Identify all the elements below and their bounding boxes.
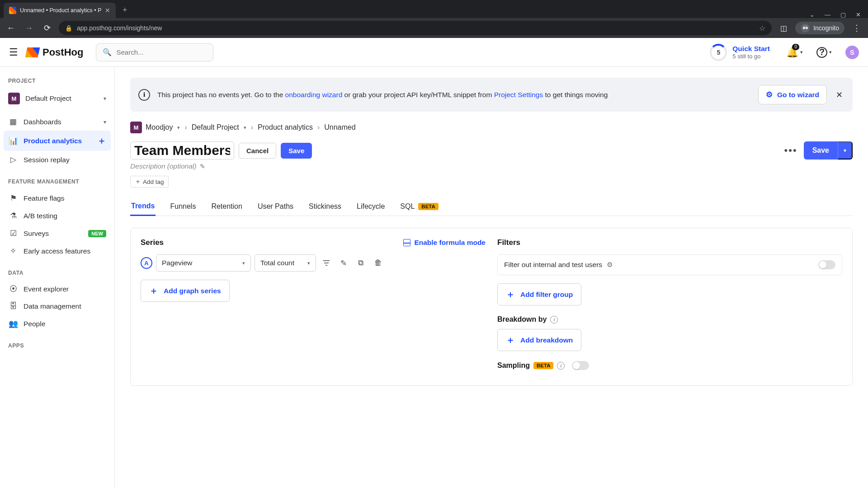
tab-overflow-icon[interactable]: ⌄	[810, 11, 815, 18]
rename-series-button[interactable]: ✎	[337, 256, 350, 270]
people-icon: 👥	[8, 319, 18, 328]
global-search[interactable]: 🔍 Search...	[96, 43, 213, 61]
internal-filter-label: Filter out internal and test users	[504, 261, 602, 269]
chevron-down-icon[interactable]: ▾	[244, 125, 246, 131]
add-tag-button[interactable]: ＋Add tag	[130, 176, 169, 188]
info-icon: i	[138, 89, 150, 101]
plus-icon: ＋	[149, 285, 158, 297]
tab-retention[interactable]: Retention	[210, 197, 243, 216]
sidebar-item-label: A/B testing	[24, 212, 57, 220]
tab-sql[interactable]: SQL BETA	[399, 197, 439, 216]
title-cancel-button[interactable]: Cancel	[239, 143, 276, 159]
info-icon[interactable]: i	[550, 316, 558, 324]
breadcrumb-section[interactable]: Product analytics	[258, 123, 313, 131]
nav-reload-button[interactable]: ⟳	[41, 22, 53, 34]
tab-trends[interactable]: Trends	[130, 197, 156, 216]
notifications-button[interactable]: 🔔 0 ▾	[786, 47, 803, 58]
info-icon[interactable]: i	[557, 362, 565, 370]
insight-title-input[interactable]	[130, 141, 234, 160]
tab-title: Unnamed • Product analytics • P	[20, 7, 101, 14]
sidebar-item-dashboards[interactable]: ▦ Dashboards ▾	[4, 113, 111, 131]
sidebar-item-surveys[interactable]: ☑ Surveys NEW	[4, 225, 111, 242]
survey-icon: ☑	[8, 229, 18, 238]
project-settings-link[interactable]: Project Settings	[494, 91, 543, 99]
browser-chrome: Unnamed • Product analytics • P ✕ + ⌄ — …	[0, 0, 868, 38]
app-topbar: ☰ PostHog 🔍 Search... 5 Quick Start 5 st…	[0, 38, 868, 67]
tab-user-paths[interactable]: User Paths	[257, 197, 294, 216]
enable-formula-mode-button[interactable]: Enable formula mode	[403, 239, 486, 247]
main-content: i This project has no events yet. Go to …	[115, 67, 868, 488]
chevron-down-icon: ▾	[307, 260, 310, 266]
add-insight-button[interactable]: ＋	[97, 135, 106, 147]
window-close-button[interactable]: ✕	[856, 11, 861, 18]
sidebar-item-product-analytics[interactable]: 📊 Product analytics ＋	[4, 131, 111, 151]
tab-stickiness[interactable]: Stickiness	[308, 197, 342, 216]
internal-filter-toggle[interactable]	[818, 260, 835, 269]
filter-series-button[interactable]	[320, 256, 333, 270]
sidebar-item-early-access[interactable]: ✧ Early access features	[4, 242, 111, 260]
help-icon: ?	[816, 47, 827, 58]
sampling-toggle[interactable]	[572, 361, 589, 370]
window-minimize-button[interactable]: —	[825, 11, 830, 18]
onboarding-wizard-link[interactable]: onboarding wizard	[285, 91, 343, 99]
help-menu[interactable]: ? ▾	[816, 47, 832, 58]
chrome-menu-button[interactable]: ⋮	[850, 23, 863, 33]
nav-back-button[interactable]: ←	[5, 22, 17, 34]
user-avatar[interactable]: S	[845, 46, 859, 59]
edit-icon: ✎	[200, 163, 205, 170]
brand-logo[interactable]: PostHog	[26, 47, 83, 58]
aggregation-select[interactable]: Total count ▾	[255, 254, 316, 272]
new-tab-button[interactable]: +	[118, 4, 131, 16]
title-save-button[interactable]: Save	[281, 143, 312, 159]
duplicate-series-button[interactable]: ⧉	[354, 256, 368, 270]
breadcrumb-project[interactable]: Default Project ▾	[192, 123, 246, 131]
save-insight-button[interactable]: Save	[804, 141, 838, 160]
nav-forward-button: →	[23, 22, 35, 34]
chevron-down-icon: ▾	[800, 49, 803, 55]
tab-lifecycle[interactable]: Lifecycle	[356, 197, 386, 216]
tab-funnels[interactable]: Funnels	[169, 197, 197, 216]
sidebar-section-feature: FEATURE MANAGEMENT	[4, 175, 111, 189]
breadcrumb-org[interactable]: M Moodjoy ▾	[130, 122, 180, 133]
app-shell: ☰ PostHog 🔍 Search... 5 Quick Start 5 st…	[0, 38, 868, 488]
incognito-chip[interactable]: 🕶 Incognito	[795, 22, 844, 34]
window-maximize-button[interactable]: ▢	[840, 11, 846, 18]
series-letter-badge: A	[141, 257, 152, 269]
chevron-down-icon: ▾	[829, 49, 832, 55]
sidebar-item-people[interactable]: 👥 People	[4, 315, 111, 333]
tab-strip: Unnamed • Product analytics • P ✕ + ⌄ — …	[0, 0, 868, 18]
sidebar-item-data-management[interactable]: 🗄 Data management	[4, 298, 111, 315]
description-field[interactable]: Description (optional) ✎	[130, 162, 853, 170]
browser-tab[interactable]: Unnamed • Product analytics • P ✕	[4, 3, 116, 18]
add-breakdown-button[interactable]: ＋ Add breakdown	[497, 329, 581, 351]
filters-heading: Filters	[497, 238, 520, 247]
search-placeholder: Search...	[116, 48, 143, 56]
plus-icon: ＋	[506, 334, 515, 346]
insight-tabs: Trends Funnels Retention User Paths Stic…	[130, 197, 853, 216]
sidebar-item-session-replay[interactable]: ▷ Session replay	[4, 151, 111, 169]
more-actions-button[interactable]: •••	[781, 143, 801, 158]
sidebar-project-selector[interactable]: M Default Project ▾	[4, 89, 111, 108]
sidebar-item-feature-flags[interactable]: ⚑ Feature flags	[4, 189, 111, 207]
quick-start[interactable]: 5 Quick Start 5 still to go	[710, 44, 770, 61]
chevron-down-icon[interactable]: ▾	[177, 125, 180, 131]
extensions-icon[interactable]: ◫	[777, 22, 790, 34]
banner-close-button[interactable]: ✕	[834, 88, 844, 102]
internal-users-filter-row: Filter out internal and test users ⚙	[497, 254, 842, 275]
sidebar-item-event-explorer[interactable]: ⦿ Event explorer	[4, 281, 111, 298]
description-placeholder: Description (optional)	[130, 162, 196, 170]
delete-series-button[interactable]: 🗑	[371, 256, 385, 270]
sidebar-item-ab-testing[interactable]: ⚗ A/B testing	[4, 207, 111, 225]
query-builder: Series Enable formula mode A Pageview ▾	[130, 228, 853, 386]
omnibox[interactable]: 🔒 app.posthog.com/insights/new ☆	[59, 21, 772, 35]
go-to-wizard-button[interactable]: ⚙ Go to wizard	[758, 85, 827, 104]
event-select[interactable]: Pageview ▾	[156, 254, 251, 272]
tab-close-icon[interactable]: ✕	[105, 7, 110, 14]
bookmark-star-icon[interactable]: ☆	[759, 24, 765, 33]
gear-icon[interactable]: ⚙	[607, 261, 613, 269]
save-dropdown-button[interactable]: ▾	[838, 141, 853, 160]
search-icon: 🔍	[103, 48, 112, 56]
add-filter-group-button[interactable]: ＋ Add filter group	[497, 283, 581, 305]
add-graph-series-button[interactable]: ＋ Add graph series	[141, 280, 230, 302]
menu-toggle-button[interactable]: ☰	[9, 47, 18, 58]
